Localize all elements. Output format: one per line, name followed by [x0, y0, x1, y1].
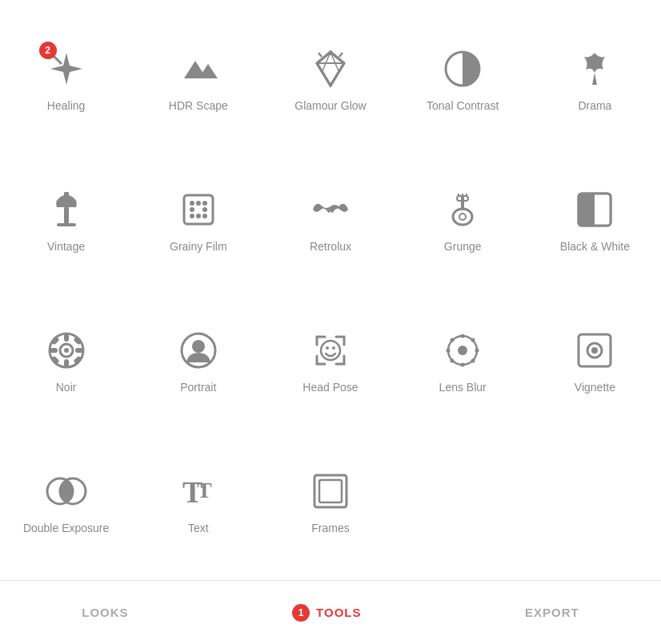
- svg-point-26: [202, 214, 207, 218]
- grunge-label: Grunge: [444, 240, 482, 254]
- empty-cell-1: [397, 431, 529, 572]
- svg-line-6: [339, 53, 343, 57]
- tool-black-white[interactable]: Black & White: [529, 149, 661, 290]
- svg-point-57: [475, 349, 479, 353]
- svg-line-5: [318, 53, 322, 57]
- svg-point-55: [461, 363, 465, 367]
- empty-cell-2: [529, 431, 661, 572]
- glamour-glow-label: Glamour Glow: [294, 99, 366, 113]
- tool-vignette[interactable]: Vignette: [529, 290, 661, 431]
- nav-tools[interactable]: 1 TOOLS: [268, 596, 385, 630]
- nav-export-label: EXPORT: [525, 606, 579, 619]
- svg-rect-41: [50, 348, 58, 353]
- svg-point-49: [321, 341, 340, 360]
- nav-export[interactable]: EXPORT: [501, 598, 603, 627]
- retrolux-label: Retrolux: [310, 240, 351, 254]
- svg-rect-18: [184, 195, 213, 224]
- portrait-label: Portrait: [180, 381, 216, 394]
- svg-point-60: [451, 359, 455, 363]
- tool-grainy-film[interactable]: Grainy Film: [132, 149, 264, 290]
- svg-point-19: [190, 201, 194, 206]
- svg-point-24: [190, 214, 194, 218]
- svg-line-0: [54, 56, 62, 64]
- tool-lens-blur[interactable]: Lens Blur: [397, 290, 529, 431]
- tool-grunge[interactable]: Grunge: [397, 149, 529, 290]
- tools-grid: 2 Healing HDR Scape: [0, 0, 661, 580]
- tool-tonal-contrast[interactable]: Tonal Contrast: [397, 8, 529, 149]
- svg-point-28: [459, 214, 466, 220]
- svg-point-53: [458, 346, 467, 355]
- drama-label: Drama: [578, 99, 611, 113]
- healing-label: Healing: [47, 99, 85, 113]
- bottom-nav: LOOKS 1 TOOLS EXPORT: [0, 580, 661, 644]
- svg-rect-17: [64, 192, 69, 196]
- svg-point-38: [64, 348, 69, 353]
- double-exposure-label: Double Exposure: [23, 522, 109, 535]
- tool-head-pose[interactable]: Head Pose: [264, 290, 396, 431]
- vintage-label: Vintage: [47, 240, 85, 254]
- svg-rect-70: [319, 480, 342, 502]
- nav-looks[interactable]: LOOKS: [58, 598, 152, 627]
- hdr-scape-label: HDR Scape: [169, 99, 228, 113]
- tools-badge: 1: [292, 604, 310, 622]
- svg-rect-42: [75, 348, 83, 353]
- svg-point-21: [202, 201, 207, 206]
- svg-rect-16: [57, 223, 76, 226]
- tool-hdr-scape[interactable]: HDR Scape: [132, 8, 264, 149]
- tool-frames[interactable]: Frames: [264, 431, 396, 572]
- svg-point-23: [202, 207, 207, 212]
- tool-glamour-glow[interactable]: Glamour Glow: [264, 8, 396, 149]
- svg-text:T: T: [197, 478, 212, 502]
- svg-point-61: [471, 359, 475, 363]
- svg-point-51: [332, 346, 335, 350]
- svg-point-58: [451, 338, 455, 342]
- svg-rect-15: [64, 207, 69, 223]
- tool-text[interactable]: T T Text: [132, 431, 264, 572]
- svg-rect-29: [461, 196, 464, 210]
- svg-rect-40: [64, 359, 69, 367]
- grainy-film-label: Grainy Film: [170, 240, 227, 254]
- noir-label: Noir: [56, 381, 77, 394]
- svg-point-54: [461, 334, 465, 338]
- tool-vintage[interactable]: Vintage: [0, 149, 132, 290]
- svg-point-59: [471, 338, 475, 342]
- text-label: Text: [188, 522, 209, 535]
- svg-point-20: [196, 201, 201, 206]
- tool-double-exposure[interactable]: Double Exposure: [0, 431, 132, 572]
- lens-blur-label: Lens Blur: [439, 381, 487, 394]
- vignette-label: Vignette: [575, 381, 615, 394]
- svg-point-48: [192, 340, 205, 353]
- svg-point-56: [447, 349, 451, 353]
- black-white-label: Black & White: [560, 240, 630, 254]
- tonal-contrast-label: Tonal Contrast: [427, 99, 499, 113]
- head-pose-label: Head Pose: [302, 381, 358, 394]
- svg-point-50: [326, 346, 329, 350]
- tool-healing[interactable]: 2 Healing: [0, 8, 132, 149]
- tool-retrolux[interactable]: Retrolux: [264, 149, 396, 290]
- svg-point-64: [591, 347, 598, 354]
- svg-rect-39: [64, 334, 69, 342]
- healing-badge: 2: [39, 42, 57, 59]
- tool-drama[interactable]: Drama: [529, 8, 661, 149]
- svg-point-25: [196, 214, 201, 218]
- tool-portrait[interactable]: Portrait: [132, 290, 264, 431]
- tool-noir[interactable]: Noir: [0, 290, 132, 431]
- nav-looks-label: LOOKS: [82, 606, 128, 619]
- nav-tools-label: TOOLS: [316, 606, 361, 619]
- frames-label: Frames: [311, 522, 349, 535]
- svg-point-22: [190, 207, 194, 212]
- svg-point-27: [453, 209, 472, 225]
